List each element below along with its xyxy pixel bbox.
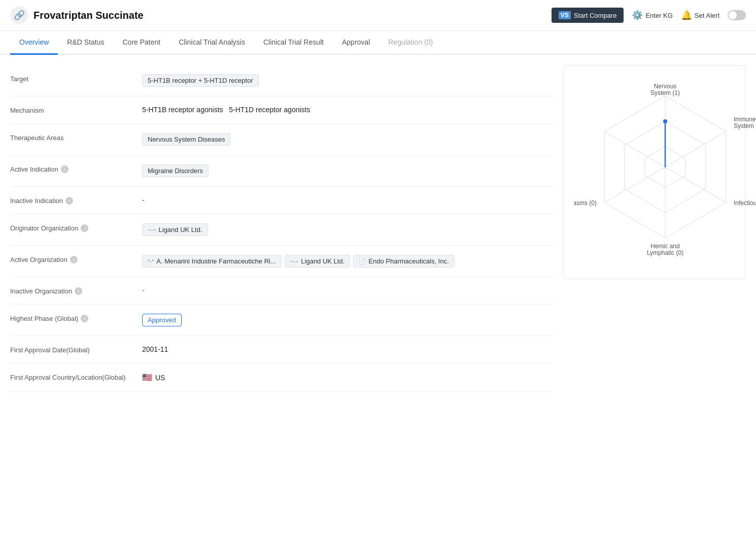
set-alert-label: Set Alert: [695, 12, 719, 19]
row-first-approval-country: First Approval Country/Location(Global) …: [10, 363, 553, 392]
info-icon-originator-org[interactable]: i: [81, 224, 88, 232]
row-inactive-indication: Inactive Indication i -: [10, 187, 553, 214]
header: 🔗 Frovatriptan Succinate VS Start Compar…: [0, 0, 756, 31]
tab-clinical-trial-result[interactable]: Clinical Trial Result: [254, 31, 333, 55]
brand-icon: 🔗: [10, 6, 28, 24]
header-actions: VS Start Compare ⚙️ Enter KG 🔔 Set Alert: [552, 8, 746, 23]
country-us: US: [155, 374, 165, 382]
flag-us: 🇺🇸: [142, 373, 152, 382]
svg-text:Immune: Immune: [734, 116, 756, 123]
start-compare-button[interactable]: VS Start Compare: [552, 8, 624, 23]
org-tag-endo[interactable]: 📄 Endo Pharmaceuticals, Inc.: [353, 255, 454, 268]
tab-rd-status[interactable]: R&D Status: [58, 31, 113, 55]
svg-text:Lymphatic (0): Lymphatic (0): [647, 249, 683, 256]
set-alert-button[interactable]: 🔔 Set Alert: [681, 10, 719, 21]
info-icon-inactive-org[interactable]: i: [75, 287, 82, 295]
svg-text:System (0): System (0): [734, 122, 756, 129]
label-highest-phase: Highest Phase (Global) i: [10, 314, 142, 322]
tab-overview[interactable]: Overview: [10, 31, 58, 55]
info-icon-active-org[interactable]: i: [70, 256, 78, 263]
svg-text:Infectious (0): Infectious (0): [734, 199, 756, 207]
org-icon-ligand-active: ~-~: [290, 258, 299, 264]
tab-clinical-trial-analysis[interactable]: Clinical Trial Analysis: [169, 31, 254, 55]
org-icon-ligand-orig: ~-~: [148, 227, 156, 233]
value-inactive-org: -: [142, 286, 553, 294]
main-content: Target 5-HT1B receptor + 5-HT1D receptor…: [0, 55, 756, 402]
brand-title: Frovatriptan Succinate: [33, 10, 144, 21]
value-highest-phase: Approved: [142, 314, 553, 326]
value-first-approval-country: 🇺🇸 US: [142, 373, 553, 382]
row-mechanism: Mechanism 5-HT1B receptor agonists 5-HT1…: [10, 96, 553, 124]
right-panel: Nervous System (1) Immune System (0) Inf…: [563, 65, 746, 392]
svg-text:Neoplasms (0): Neoplasms (0): [574, 199, 597, 207]
alert-icon: 🔔: [681, 10, 692, 21]
info-icon-highest-phase[interactable]: i: [81, 315, 88, 322]
value-originator-org: ~-~ Ligand UK Ltd.: [142, 223, 553, 236]
svg-point-9: [663, 119, 667, 123]
value-active-org: *-* A. Menarini Industrie Farmaceutiche …: [142, 255, 553, 268]
tag-active-indication: Migraine Disorders: [142, 164, 209, 177]
vs-icon: VS: [559, 11, 571, 19]
org-icon-menarini: *-*: [148, 258, 154, 264]
tag-therapeutic-areas: Nervous System Diseases: [142, 133, 230, 146]
label-inactive-org: Inactive Organization i: [10, 286, 142, 295]
inactive-indication-dash: -: [142, 196, 145, 204]
value-active-indication: Migraine Disorders: [142, 164, 553, 177]
radar-chart: Nervous System (1) Immune System (0) Inf…: [574, 76, 756, 269]
value-therapeutic-areas: Nervous System Diseases: [142, 133, 553, 146]
badge-approved[interactable]: Approved: [142, 314, 182, 326]
svg-text:System (1): System (1): [650, 89, 680, 96]
info-icon-active-indication[interactable]: i: [61, 165, 68, 173]
label-active-indication: Active Indication i: [10, 164, 142, 173]
org-icon-endo: 📄: [359, 258, 366, 264]
row-inactive-org: Inactive Organization i -: [10, 277, 553, 305]
svg-text:Hemic and: Hemic and: [650, 243, 679, 250]
left-panel: Target 5-HT1B receptor + 5-HT1D receptor…: [10, 65, 553, 392]
nav-tabs: Overview R&D Status Core Patent Clinical…: [0, 31, 756, 55]
label-therapeutic-areas: Therapeutic Areas: [10, 133, 142, 142]
row-active-org: Active Organization i *-* A. Menarini In…: [10, 246, 553, 277]
svg-text:Nervous: Nervous: [654, 83, 677, 90]
org-tag-ligand-active[interactable]: ~-~ Ligand UK Ltd.: [285, 255, 351, 268]
radar-chart-container: Nervous System (1) Immune System (0) Inf…: [563, 65, 746, 279]
tab-approval[interactable]: Approval: [333, 31, 379, 55]
label-active-org: Active Organization i: [10, 255, 142, 263]
org-tag-ligand-originator[interactable]: ~-~ Ligand UK Ltd.: [142, 223, 208, 236]
tab-regulation: Regulation (0): [379, 31, 442, 55]
tab-core-patent[interactable]: Core Patent: [114, 31, 170, 55]
brand: 🔗 Frovatriptan Succinate: [10, 6, 552, 24]
alert-toggle[interactable]: [728, 10, 746, 20]
kg-icon: ⚙️: [632, 10, 643, 21]
row-active-indication: Active Indication i Migraine Disorders: [10, 155, 553, 187]
org-tag-menarini[interactable]: *-* A. Menarini Industrie Farmaceutiche …: [142, 255, 282, 268]
label-first-approval-date: First Approval Date(Global): [10, 345, 142, 354]
label-originator-org: Originator Organization i: [10, 223, 142, 232]
value-mechanism: 5-HT1B receptor agonists 5-HT1D receptor…: [142, 106, 553, 114]
row-originator-org: Originator Organization i ~-~ Ligand UK …: [10, 214, 553, 246]
value-first-approval-date: 2001-11: [142, 345, 553, 353]
start-compare-label: Start Compare: [574, 12, 617, 19]
enter-kg-label: Enter KG: [645, 12, 672, 19]
row-first-approval-date: First Approval Date(Global) 2001-11: [10, 336, 553, 363]
label-first-approval-country: First Approval Country/Location(Global): [10, 373, 142, 381]
label-target: Target: [10, 74, 142, 83]
row-target: Target 5-HT1B receptor + 5-HT1D receptor: [10, 65, 553, 96]
value-target: 5-HT1B receptor + 5-HT1D receptor: [142, 74, 553, 87]
enter-kg-button[interactable]: ⚙️ Enter KG: [632, 10, 672, 21]
row-therapeutic-areas: Therapeutic Areas Nervous System Disease…: [10, 124, 553, 155]
label-inactive-indication: Inactive Indication i: [10, 196, 142, 205]
inactive-org-dash: -: [142, 286, 145, 294]
row-highest-phase: Highest Phase (Global) i Approved: [10, 305, 553, 336]
info-icon-inactive-indication[interactable]: i: [65, 197, 73, 205]
value-inactive-indication: -: [142, 196, 553, 204]
tag-target: 5-HT1B receptor + 5-HT1D receptor: [142, 74, 259, 87]
label-mechanism: Mechanism: [10, 106, 142, 114]
